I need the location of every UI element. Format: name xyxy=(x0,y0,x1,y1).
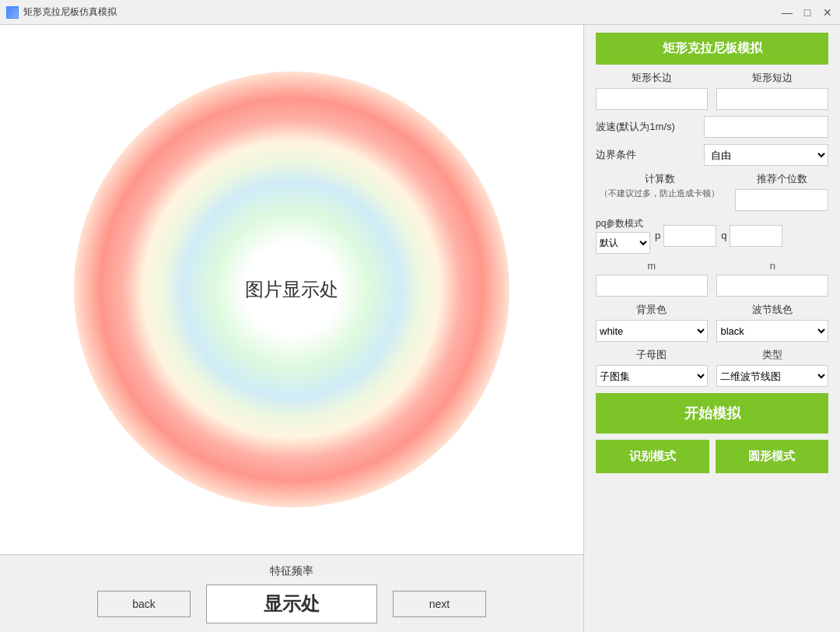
long-side-input[interactable] xyxy=(596,88,708,110)
boundary-select[interactable]: 自由 固定 简支 xyxy=(704,144,828,166)
short-side-label: 矩形短边 xyxy=(716,71,828,85)
m-group: m xyxy=(596,260,708,297)
wave-speed-label: 波速(默认为1m/s) xyxy=(596,120,675,134)
type-label: 类型 xyxy=(716,348,828,362)
n-group: n xyxy=(716,260,828,297)
back-button[interactable]: back xyxy=(97,591,191,617)
app-icon xyxy=(6,6,19,19)
m-label: m xyxy=(596,260,708,272)
side-inputs-row: 矩形长边 矩形短边 xyxy=(596,71,828,110)
pq-q-group: q xyxy=(721,225,782,247)
wave-speed-row: 波速(默认为1m/s) xyxy=(596,116,828,138)
calc-right: 推荐个位数 xyxy=(735,172,828,211)
boundary-label: 边界条件 xyxy=(596,148,636,162)
visualization-area: 图片显示处 xyxy=(0,25,583,554)
calc-section: 计算数 （不建议过多，防止造成卡顿） 推荐个位数 xyxy=(596,172,828,211)
type-select[interactable]: 二维波节线图 三维振型图 xyxy=(716,365,828,387)
wave-color-group: 波节线色 black white red blue xyxy=(716,303,828,342)
start-simulate-button[interactable]: 开始模拟 xyxy=(596,393,828,434)
calc-count-label: 计算数 xyxy=(596,172,723,186)
close-button[interactable]: ✕ xyxy=(821,6,834,19)
window-controls: — □ ✕ xyxy=(781,6,834,19)
boundary-row: 边界条件 自由 固定 简支 xyxy=(596,144,828,166)
circle-mode-button[interactable]: 圆形模式 xyxy=(716,440,829,473)
subfig-section: 子母图 子图集 单图 类型 二维波节线图 三维振型图 xyxy=(596,348,828,387)
minimize-button[interactable]: — xyxy=(781,6,793,19)
long-side-group: 矩形长边 xyxy=(596,71,708,110)
window-title: 矩形克拉尼板仿真模拟 xyxy=(23,5,117,19)
short-side-group: 矩形短边 xyxy=(716,71,828,110)
freq-display: 显示处 xyxy=(206,585,377,623)
n-input[interactable] xyxy=(716,275,828,297)
p-label: p xyxy=(655,230,660,241)
image-placeholder: 图片显示处 xyxy=(245,277,338,302)
calc-count-note: （不建议过多，防止造成卡顿） xyxy=(596,188,723,199)
pq-select-group: pq参数模式 默认 自定义 xyxy=(596,217,650,254)
left-panel: 图片显示处 特征频率 back 显示处 next xyxy=(0,25,583,632)
recommend-label: 推荐个位数 xyxy=(735,172,828,186)
subfig-label: 子母图 xyxy=(596,348,708,362)
bottom-mode-buttons: 识别模式 圆形模式 xyxy=(596,440,828,473)
type-group: 类型 二维波节线图 三维振型图 xyxy=(716,348,828,387)
n-label: n xyxy=(716,260,828,272)
recommend-input[interactable] xyxy=(735,189,828,211)
long-side-label: 矩形长边 xyxy=(596,71,708,85)
bottom-controls: 特征频率 back 显示处 next xyxy=(0,554,583,632)
pq-mode-select[interactable]: 默认 自定义 xyxy=(596,232,650,254)
wave-color-label: 波节线色 xyxy=(716,303,828,317)
feature-freq-label: 特征频率 xyxy=(270,564,313,578)
short-side-input[interactable] xyxy=(716,88,828,110)
panel-title: 矩形克拉尼板模拟 xyxy=(596,33,828,65)
next-button[interactable]: next xyxy=(393,591,486,617)
right-panel: 矩形克拉尼板模拟 矩形长边 矩形短边 波速(默认为1m/s) 边界条件 自由 固… xyxy=(583,25,840,632)
calc-left: 计算数 （不建议过多，防止造成卡顿） xyxy=(596,172,723,199)
color-section: 背景色 white black gray 波节线色 black white re… xyxy=(596,303,828,342)
recognize-mode-button[interactable]: 识别模式 xyxy=(596,440,709,473)
bg-color-select[interactable]: white black gray xyxy=(596,320,708,342)
chladni-canvas: 图片显示处 xyxy=(74,72,509,507)
titlebar: 矩形克拉尼板仿真模拟 — □ ✕ xyxy=(0,0,840,25)
subfig-group: 子母图 子图集 单图 xyxy=(596,348,708,387)
m-input[interactable] xyxy=(596,275,708,297)
wave-color-select[interactable]: black white red blue xyxy=(716,320,828,342)
nav-buttons: back 显示处 next xyxy=(97,585,486,623)
pq-p-group: p xyxy=(655,225,716,247)
pq-section: pq参数模式 默认 自定义 p q xyxy=(596,217,828,254)
chladni-visual: 图片显示处 xyxy=(74,72,509,507)
p-input[interactable] xyxy=(663,225,716,247)
bg-color-label: 背景色 xyxy=(596,303,708,317)
pq-mode-label: pq参数模式 xyxy=(596,217,650,230)
wave-speed-input[interactable] xyxy=(704,116,828,138)
q-label: q xyxy=(721,230,726,241)
maximize-button[interactable]: □ xyxy=(801,6,814,19)
mn-row: m n xyxy=(596,260,828,297)
main-container: 图片显示处 特征频率 back 显示处 next 矩形克拉尼板模拟 矩形长边 矩… xyxy=(0,25,840,632)
q-input[interactable] xyxy=(730,225,782,247)
bg-color-group: 背景色 white black gray xyxy=(596,303,708,342)
subfig-select[interactable]: 子图集 单图 xyxy=(596,365,708,387)
